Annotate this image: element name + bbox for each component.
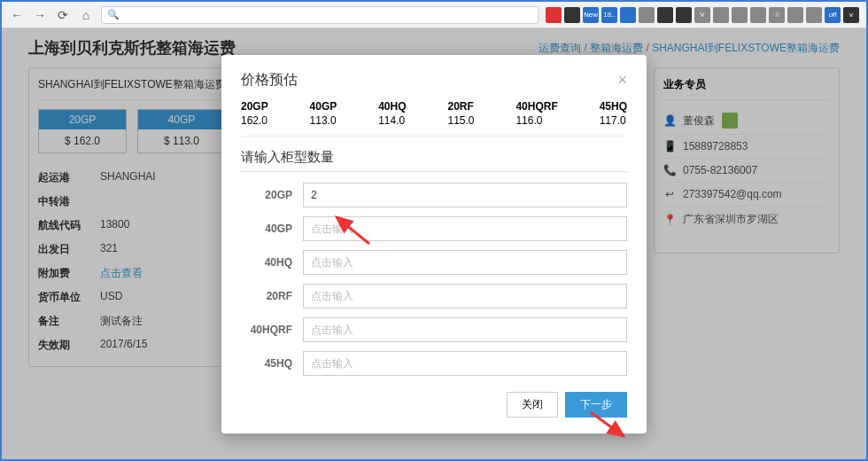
form-row: 40HQ — [241, 250, 627, 275]
modal-footer: 关闭 下一步 — [241, 392, 627, 418]
price-code: 40HQ — [378, 100, 406, 113]
price-cell: 40GP113.0 — [310, 100, 337, 127]
price-value: 113.0 — [310, 114, 337, 127]
form-row: 40GP — [241, 216, 627, 241]
ext-icon[interactable] — [657, 7, 673, 23]
modal-overlay: 价格预估 × 20GP162.040GP113.040HQ114.020RF11… — [2, 28, 866, 459]
next-button[interactable]: 下一步 — [565, 392, 627, 418]
ext-icon[interactable] — [732, 7, 748, 23]
field-label: 40GP — [241, 223, 303, 235]
price-code: 20RF — [447, 100, 474, 113]
form-row: 20GP — [241, 183, 627, 207]
ext-icon[interactable] — [620, 7, 636, 23]
price-strip: 20GP162.040GP113.040HQ114.020RF115.040HQ… — [241, 100, 627, 137]
quantity-input-20gp[interactable] — [303, 183, 627, 207]
ext-icon[interactable] — [750, 7, 766, 23]
ext-icon[interactable]: New — [583, 7, 599, 23]
url-input[interactable]: 🔍 — [101, 6, 539, 24]
form-row: 45HQ — [241, 351, 627, 376]
ext-icon[interactable] — [546, 7, 562, 23]
form-row: 40HQRF — [241, 317, 627, 342]
home-button[interactable]: ⌂ — [78, 7, 94, 23]
back-button[interactable]: ← — [9, 7, 25, 23]
field-label: 40HQRF — [241, 324, 303, 336]
close-icon[interactable]: × — [617, 71, 627, 90]
page-body: 上海到贝利克斯托整箱海运费 运费查询 / 整箱海运费 / SHANGHAI到FE… — [2, 28, 866, 459]
ext-icon[interactable] — [676, 7, 692, 23]
quantity-input-40hqrf[interactable] — [303, 317, 627, 342]
ext-icon[interactable] — [639, 7, 655, 23]
ext-icon[interactable] — [564, 7, 580, 23]
forward-button[interactable]: → — [32, 7, 48, 23]
ext-icon[interactable] — [787, 7, 803, 23]
form-row: 20RF — [241, 284, 627, 309]
price-code: 40HQRF — [515, 100, 557, 113]
price-cell: 20RF115.0 — [447, 100, 474, 127]
price-code: 45HQ — [600, 100, 627, 113]
section-title: 请输入柜型数量 — [241, 144, 627, 172]
ext-icon[interactable]: ☆ — [769, 7, 785, 23]
ext-icon[interactable]: v — [843, 7, 859, 23]
price-cell: 40HQRF116.0 — [515, 100, 557, 127]
price-value: 114.0 — [378, 114, 405, 127]
ext-icon[interactable]: V — [694, 7, 710, 23]
price-value: 162.0 — [241, 114, 267, 127]
quantity-input-20rf[interactable] — [303, 284, 627, 309]
field-label: 45HQ — [241, 357, 303, 370]
modal-title: 价格预估 — [241, 71, 298, 90]
field-label: 20GP — [241, 189, 303, 201]
ext-icon[interactable]: 18.. — [601, 7, 617, 23]
reload-button[interactable]: ⟳ — [55, 7, 71, 23]
close-button[interactable]: 关闭 — [507, 392, 558, 418]
field-label: 20RF — [241, 290, 303, 302]
field-label: 40HQ — [241, 256, 303, 269]
price-cell: 20GP162.0 — [241, 100, 268, 127]
price-value: 115.0 — [447, 114, 474, 127]
price-code: 20GP — [241, 100, 268, 113]
price-cell: 45HQ117.0 — [600, 100, 627, 127]
price-cell: 40HQ114.0 — [378, 100, 406, 127]
quantity-input-40hq[interactable] — [303, 250, 627, 275]
browser-toolbar: ← → ⟳ ⌂ 🔍 New 18.. V ☆ off v — [2, 2, 866, 28]
extension-tray: New 18.. V ☆ off v — [546, 7, 859, 23]
price-value: 116.0 — [515, 114, 542, 127]
price-estimate-modal: 价格预估 × 20GP162.040GP113.040HQ114.020RF11… — [221, 55, 647, 434]
quantity-input-45hq[interactable] — [303, 351, 627, 376]
ext-icon[interactable]: off — [825, 7, 841, 23]
quantity-input-40gp[interactable] — [303, 216, 627, 241]
ext-icon[interactable] — [713, 7, 729, 23]
price-code: 40GP — [310, 100, 337, 113]
ext-icon[interactable] — [806, 7, 822, 23]
price-value: 117.0 — [600, 114, 626, 127]
